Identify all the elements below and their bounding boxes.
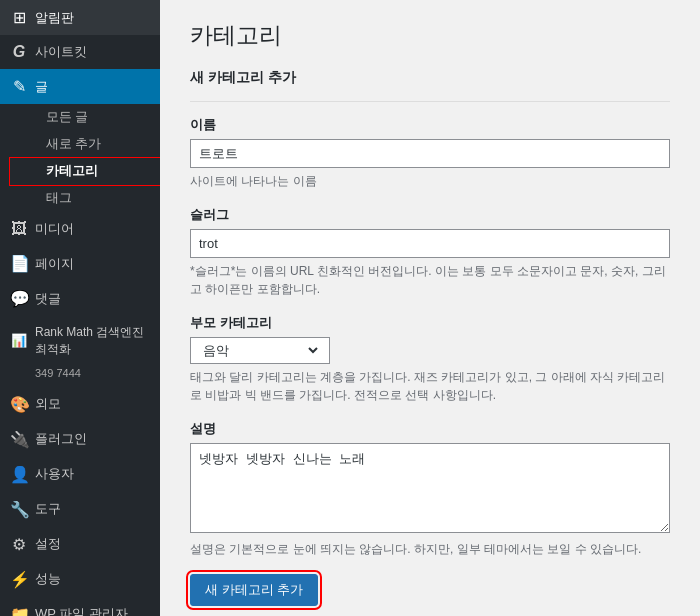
description-hint: 설명은 기본적으로 눈에 띄지는 않습니다. 하지만, 일부 테마에서는 보일 …	[190, 540, 670, 558]
sidebar-item-media[interactable]: 🖼 미디어	[0, 212, 160, 246]
sidebar-item-label: 페이지	[35, 255, 74, 273]
sidebar-item-label: 플러그인	[35, 430, 87, 448]
name-hint: 사이트에 나타나는 이름	[190, 172, 670, 190]
pages-icon: 📄	[10, 254, 28, 273]
appearance-icon: 🎨	[10, 395, 28, 414]
posts-submenu: 모든 글 새로 추가 카테고리 태그	[0, 104, 160, 212]
slug-label: 슬러그	[190, 206, 670, 224]
sidebar-sub-all-posts[interactable]: 모든 글	[10, 104, 160, 131]
parent-hint: 태그와 달리 카테고리는 계층을 가집니다. 재즈 카테고리가 있고, 그 아래…	[190, 368, 670, 404]
add-category-button[interactable]: 새 카테고리 추가	[190, 574, 318, 606]
sidebar-item-label: 외모	[35, 395, 61, 413]
performance-icon: ⚡	[10, 570, 28, 589]
sitekit-icon: G	[10, 43, 28, 61]
main-content: 카테고리 새 카테고리 추가 이름 사이트에 나타나는 이름 슬러그 *슬러그*…	[160, 0, 700, 616]
wpfile-icon: 📁	[10, 605, 28, 616]
posts-icon: ✎	[10, 77, 28, 96]
sidebar-sub-category[interactable]: 카테고리	[10, 158, 160, 185]
sidebar-item-comments[interactable]: 💬 댓글	[0, 281, 160, 316]
sidebar-item-label: 사이트킷	[35, 43, 87, 61]
sidebar-item-performance[interactable]: ⚡ 성능	[0, 562, 160, 597]
dashboard-icon: ⊞	[10, 8, 28, 27]
plugins-icon: 🔌	[10, 430, 28, 449]
sidebar-item-label: 사용자	[35, 465, 74, 483]
sidebar-item-plugins[interactable]: 🔌 플러그인	[0, 422, 160, 457]
slug-input[interactable]	[190, 229, 670, 258]
sidebar-item-dashboard[interactable]: ⊞ 알림판	[0, 0, 160, 35]
description-label: 설명	[190, 420, 670, 438]
sidebar-sub-new-post[interactable]: 새로 추가	[10, 131, 160, 158]
sidebar-sub-tag[interactable]: 태그	[10, 185, 160, 212]
slug-hint: *슬러그*는 이름의 URL 친화적인 버전입니다. 이는 보통 모두 소문자이…	[190, 262, 670, 298]
sidebar-item-sitekit[interactable]: G 사이트킷	[0, 35, 160, 69]
sidebar-item-label: 도구	[35, 500, 61, 518]
tools-icon: 🔧	[10, 500, 28, 519]
page-title: 카테고리	[190, 20, 670, 51]
sidebar-item-label: 성능	[35, 570, 61, 588]
sidebar-item-pages[interactable]: 📄 페이지	[0, 246, 160, 281]
sidebar-item-settings[interactable]: ⚙ 설정	[0, 527, 160, 562]
name-input[interactable]	[190, 139, 670, 168]
sidebar-item-label: 미디어	[35, 220, 74, 238]
rankmath-stats: 349 7444	[10, 367, 81, 379]
sidebar-item-label: Rank Math 검색엔진 최적화	[35, 324, 150, 358]
parent-select[interactable]: 없음 음악	[199, 342, 321, 359]
users-icon: 👤	[10, 465, 28, 484]
sidebar-item-tools[interactable]: 🔧 도구	[0, 492, 160, 527]
sidebar-item-posts[interactable]: ✎ 글	[0, 69, 160, 104]
form-heading: 새 카테고리 추가	[190, 69, 670, 87]
media-icon: 🖼	[10, 220, 28, 238]
name-field-group: 이름 사이트에 나타나는 이름	[190, 116, 670, 190]
sidebar-item-wp-file[interactable]: 📁 WP 파일 관리자	[0, 597, 160, 616]
sidebar-item-appearance[interactable]: 🎨 외모	[0, 387, 160, 422]
form-divider	[190, 101, 670, 102]
sidebar: ⊞ 알림판 G 사이트킷 ✎ 글 모든 글 새로 추가 카테고리 태그 🖼 미디…	[0, 0, 160, 616]
rankmath-icon: 📊	[10, 333, 28, 348]
sidebar-item-users[interactable]: 👤 사용자	[0, 457, 160, 492]
sidebar-item-rankmath[interactable]: 📊 Rank Math 검색엔진 최적화 349 7444	[0, 316, 160, 387]
settings-icon: ⚙	[10, 535, 28, 554]
parent-select-wrapper: 없음 음악	[190, 337, 330, 364]
comments-icon: 💬	[10, 289, 28, 308]
sidebar-item-label: WP 파일 관리자	[35, 605, 128, 616]
description-textarea[interactable]: <span class="textarea-underline">넷방자 넷방자…	[190, 443, 670, 533]
description-field-group: 설명 <span class="textarea-underline">넷방자 …	[190, 420, 670, 558]
sidebar-item-label: 설정	[35, 535, 61, 553]
parent-label: 부모 카테고리	[190, 314, 670, 332]
slug-field-group: 슬러그 *슬러그*는 이름의 URL 친화적인 버전입니다. 이는 보통 모두 …	[190, 206, 670, 298]
parent-field-group: 부모 카테고리 없음 음악 태그와 달리 카테고리는 계층을 가집니다. 재즈 …	[190, 314, 670, 404]
add-category-form: 새 카테고리 추가 이름 사이트에 나타나는 이름 슬러그 *슬러그*는 이름의…	[190, 69, 670, 606]
rankmath-top: 📊 Rank Math 검색엔진 최적화	[10, 324, 150, 358]
sidebar-item-label: 댓글	[35, 290, 61, 308]
sidebar-item-label: 글	[35, 78, 48, 96]
name-label: 이름	[190, 116, 670, 134]
sidebar-item-label: 알림판	[35, 9, 74, 27]
